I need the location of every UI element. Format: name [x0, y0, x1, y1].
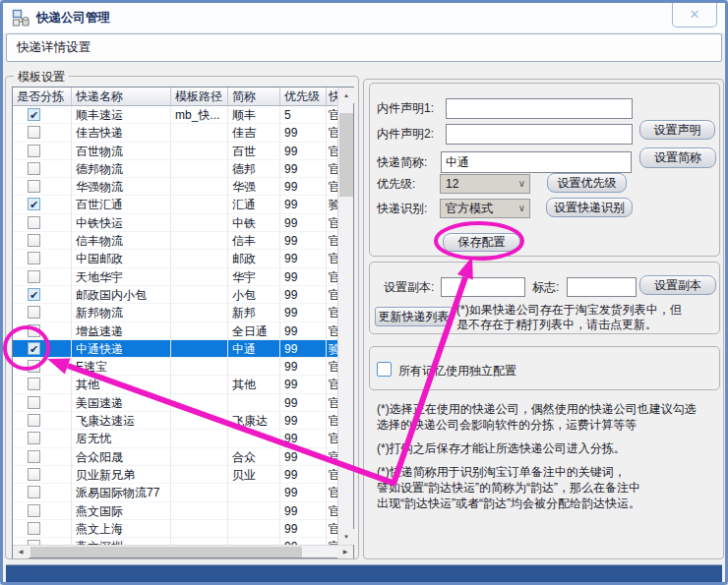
row-sort-checkbox[interactable] — [28, 504, 40, 517]
vertical-scrollbar[interactable]: ▲ ▼ — [337, 88, 353, 545]
horizontal-scrollbar[interactable]: ◀ ▶ — [13, 545, 353, 557]
row-sort-checkbox[interactable] — [28, 468, 40, 481]
table-row[interactable]: ✔中通快递中通99验 — [13, 340, 337, 358]
row-priority: 99 — [280, 196, 327, 213]
set-abbr-button[interactable]: 设置简称 — [639, 147, 716, 168]
scroll-down-icon[interactable]: ▼ — [338, 529, 354, 545]
row-sort-checkbox[interactable] — [28, 252, 40, 264]
claim2-input[interactable] — [446, 124, 633, 145]
row-sort-checkbox[interactable] — [28, 522, 40, 535]
table-row[interactable]: 天地华宇华宇99官 — [13, 268, 337, 286]
scroll-left-icon[interactable]: ◀ — [13, 546, 29, 558]
row-sort-checkbox[interactable] — [28, 126, 40, 139]
table-row[interactable]: 燕文国际99官 — [13, 502, 337, 520]
claim1-input[interactable] — [446, 98, 633, 119]
update-note: (*)如果快递公司存在于淘宝发货列表中，但 是不存在于精打列表中，请击点更新。 — [456, 303, 718, 332]
table-row[interactable]: ✔顺丰速运mb_快...顺丰5官 — [13, 106, 337, 124]
table-row[interactable]: 派易国际物流7799官 — [13, 484, 337, 501]
row-sort-checkbox[interactable]: ✔ — [28, 108, 40, 121]
row-sort-checkbox[interactable] — [28, 450, 40, 463]
independent-config-checkbox[interactable] — [377, 362, 392, 377]
table-row[interactable]: 燕文深圳99官 — [13, 538, 337, 545]
row-name: 美国速递 — [72, 394, 171, 412]
table-row[interactable]: 燕文上海99官 — [13, 520, 337, 538]
table-row[interactable]: 百世物流百世99官 — [13, 143, 337, 160]
row-sort-checkbox[interactable] — [28, 145, 40, 157]
row-sort-checkbox[interactable] — [28, 360, 40, 373]
row-sort-checkbox[interactable]: ✔ — [28, 198, 40, 210]
set-mode-button[interactable]: 设置快递识别 — [546, 198, 633, 217]
row-sort-checkbox[interactable] — [28, 432, 40, 444]
row-sort-checkbox[interactable] — [28, 396, 40, 409]
set-copy-button[interactable]: 设置副本 — [639, 275, 716, 295]
table-row[interactable]: 德邦物流德邦99官 — [13, 160, 337, 178]
row-mode: 官 — [327, 376, 337, 393]
abbr-input[interactable] — [441, 151, 632, 173]
row-sort-checkbox[interactable] — [28, 180, 40, 193]
column-header-template-path[interactable]: 模板路径 — [171, 88, 228, 106]
update-express-list-button[interactable]: 更新快递列表 — [375, 307, 453, 326]
column-header-name[interactable]: 快递名称 — [72, 88, 171, 106]
table-row[interactable]: 其他其他99官 — [13, 376, 337, 393]
row-mode: 官 — [327, 538, 337, 545]
table-row[interactable]: 新邦物流新邦99官 — [13, 304, 337, 322]
scroll-right-icon[interactable]: ▶ — [337, 546, 353, 558]
priority-select[interactable]: 12 ∨ — [440, 174, 530, 194]
copy-input[interactable] — [441, 277, 525, 297]
row-name: 中国邮政 — [72, 250, 171, 267]
row-template-path — [171, 520, 228, 538]
abbr-label: 快递简称: — [377, 152, 427, 173]
set-claim-button[interactable]: 设置声明 — [639, 120, 715, 140]
row-sort-checkbox[interactable] — [28, 486, 40, 498]
table-row[interactable]: 华强物流华强99官 — [13, 178, 337, 196]
vertical-scroll-thumb[interactable] — [339, 113, 353, 197]
row-sort-checkbox[interactable]: ✔ — [28, 342, 40, 355]
row-abbr — [228, 502, 280, 520]
row-sort-checkbox[interactable] — [28, 324, 40, 337]
row-template-path — [171, 502, 228, 520]
table-row[interactable]: E速宝99官 — [13, 358, 337, 376]
row-sort-checkbox[interactable] — [28, 162, 40, 175]
table-row[interactable]: 美国速递99官 — [13, 394, 337, 412]
row-sort-checkbox[interactable] — [28, 306, 40, 319]
close-button[interactable]: ✕ — [672, 3, 717, 28]
table-row[interactable]: 居无忧99官 — [13, 430, 337, 447]
row-sort-checkbox[interactable] — [28, 378, 40, 390]
column-header-mode[interactable]: 快递识别 — [327, 88, 337, 106]
row-priority: 99 — [280, 484, 327, 501]
row-abbr — [228, 484, 280, 501]
column-header-sort[interactable]: 是否分拣 — [13, 88, 72, 106]
row-sort-checkbox[interactable] — [28, 234, 40, 247]
column-header-abbr[interactable]: 简称 — [228, 88, 280, 106]
mode-select[interactable]: 官方模式 ∨ — [440, 199, 530, 218]
row-sort-checkbox[interactable] — [28, 216, 40, 229]
note-save-after-check: (*)打钩之后保存才能让所选快递公司进入分拣。 — [377, 440, 723, 456]
row-template-path — [171, 286, 228, 304]
claim1-label: 内件声明1: — [377, 98, 434, 119]
table-row[interactable]: 合众阳晟合众99官 — [13, 448, 337, 466]
flag-input[interactable] — [567, 277, 637, 297]
table-row[interactable]: 中铁快运中铁99官 — [13, 214, 337, 232]
row-sort-checkbox[interactable] — [28, 414, 40, 427]
row-template-path — [171, 412, 228, 430]
table-row[interactable]: ✔邮政国内小包小包99官 — [13, 286, 337, 304]
table-row[interactable]: 佳吉快递佳吉99官 — [13, 124, 337, 142]
scroll-up-icon[interactable]: ▲ — [338, 88, 354, 103]
row-template-path — [171, 484, 228, 501]
table-row[interactable]: 飞康达速运飞康达99官 — [13, 412, 337, 430]
table-row[interactable]: ✔百世汇通汇通99验 — [13, 196, 337, 213]
column-header-priority[interactable]: 优先级 — [280, 88, 327, 106]
set-priority-button[interactable]: 设置优先级 — [547, 173, 627, 193]
table-row[interactable]: 信丰物流信丰99官 — [13, 232, 337, 250]
row-abbr — [228, 520, 280, 538]
claim2-label: 内件声明2: — [377, 124, 434, 145]
table-row[interactable]: 贝业新兄弟贝业99官 — [13, 466, 337, 484]
row-name: E速宝 — [72, 358, 171, 376]
row-name: 贝业新兄弟 — [72, 466, 171, 484]
save-config-button[interactable]: 保存配置 — [443, 233, 520, 252]
table-row[interactable]: 中国邮政邮政99官 — [13, 250, 337, 267]
row-sort-checkbox[interactable] — [28, 270, 40, 283]
table-row[interactable]: 增益速递全日通99官 — [13, 322, 337, 340]
horizontal-scroll-thumb[interactable] — [30, 547, 302, 557]
row-sort-checkbox[interactable]: ✔ — [28, 288, 40, 301]
